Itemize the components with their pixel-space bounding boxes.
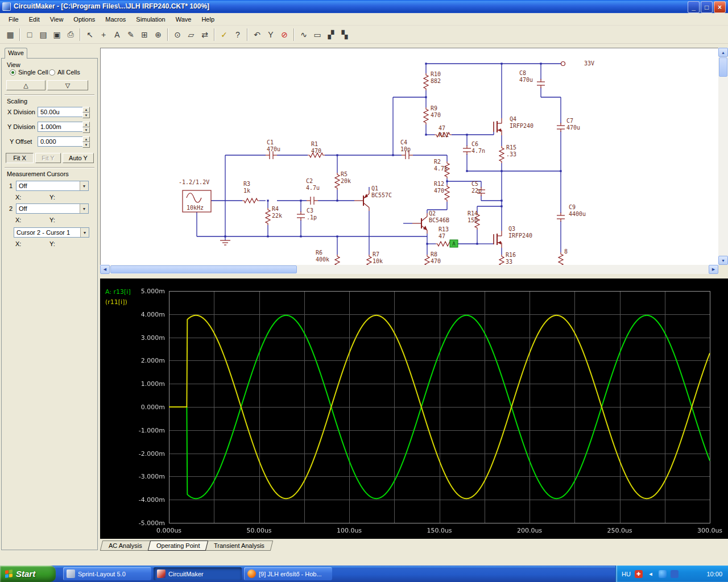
chevron-down-icon[interactable]: ▼ — [80, 204, 88, 213]
component-r1[interactable]: R1470 — [308, 141, 325, 157]
tab-transient-analysis[interactable]: Transient Analysis — [205, 541, 273, 551]
fit-y-button[interactable]: Fit Y — [35, 153, 61, 163]
vertical-scrollbar[interactable]: ▲ ▼ — [718, 48, 728, 265]
spin-down-icon[interactable]: ▼ — [82, 113, 90, 118]
menu-item-options[interactable]: Options — [68, 14, 100, 24]
zoom-tool-icon[interactable]: ⊕ — [151, 28, 165, 41]
y-offset-spinner[interactable]: ▲▼ — [82, 136, 90, 147]
waveform-plot[interactable] — [100, 278, 728, 539]
menu-item-wave[interactable]: Wave — [171, 14, 197, 24]
spin-up-icon[interactable]: ▲ — [82, 107, 90, 113]
task-circuitmaker[interactable]: CircuitMaker — [154, 567, 242, 580]
menu-item-edit[interactable]: Edit — [24, 14, 45, 24]
spin-down-icon[interactable]: ▼ — [82, 142, 90, 148]
clock[interactable]: 10:00 — [706, 571, 722, 577]
scope-window-2-icon[interactable]: ▭ — [311, 28, 324, 41]
spin-up-icon[interactable]: ▲ — [82, 136, 90, 142]
schematic-canvas[interactable]: R10882R9470C8470uC7470uQ4IRFP24047R11C64… — [100, 48, 718, 265]
component-r15[interactable]: R15.33 — [499, 144, 516, 163]
probe-icon[interactable]: Y — [264, 28, 278, 41]
radio-single-cell[interactable]: Single Cell — [10, 69, 48, 76]
pan-down-button[interactable]: ▽ — [47, 80, 88, 90]
horizontal-scrollbar-thumb[interactable] — [110, 265, 297, 273]
fit-x-button[interactable]: Fit X — [6, 153, 34, 163]
vertical-scrollbar-thumb[interactable] — [719, 57, 727, 77]
chevron-down-icon[interactable]: ▼ — [80, 181, 88, 190]
find-icon[interactable]: ⊙ — [171, 28, 184, 41]
x-division-value[interactable]: 50.00u — [38, 107, 82, 117]
component-c3[interactable]: C3.1p — [297, 207, 317, 221]
wire-tool-icon[interactable]: ✎ — [124, 28, 138, 41]
x-division-input[interactable]: 50.00u ▲▼ — [38, 107, 90, 117]
auto-y-button[interactable]: Auto Y — [63, 153, 94, 163]
component-load-8[interactable]: 8 — [559, 248, 568, 265]
scope-window-4-icon[interactable]: ▚ — [338, 28, 351, 41]
component-r11[interactable]: 47R11 — [435, 125, 452, 138]
scroll-right-icon[interactable]: ▶ — [709, 265, 718, 274]
cursor1-select[interactable]: Off▼ — [16, 181, 89, 191]
component-r5[interactable]: R520k — [335, 171, 351, 190]
spin-up-icon[interactable]: ▲ — [82, 122, 90, 127]
volume-icon[interactable]: ◄ — [647, 570, 655, 578]
minimize-button[interactable]: _ — [688, 1, 700, 13]
cursor2-select[interactable]: Off▼ — [16, 203, 89, 214]
component-c6[interactable]: C64.7n — [463, 141, 485, 155]
stop-simulation-icon[interactable]: ⊘ — [278, 28, 291, 41]
start-button[interactable]: Start — [0, 566, 56, 582]
probe-a[interactable]: A — [450, 240, 458, 247]
component-c2[interactable]: C24.7u — [306, 178, 320, 205]
menu-item-help[interactable]: Help — [196, 14, 220, 24]
library-icon[interactable]: ▦ — [3, 28, 17, 41]
component-c4[interactable]: C410p — [400, 139, 413, 159]
print-icon[interactable]: ⎙ — [64, 28, 77, 41]
x-division-spinner[interactable]: ▲▼ — [82, 107, 90, 117]
new-icon[interactable]: □ — [23, 28, 36, 41]
security-shield-icon[interactable]: ✚ — [635, 570, 643, 578]
y-division-value[interactable]: 1.000m — [38, 122, 82, 132]
maximize-button[interactable]: □ — [701, 1, 713, 13]
pan-up-button[interactable]: △ — [6, 80, 46, 90]
menu-item-view[interactable]: View — [45, 14, 69, 24]
ground-symbol[interactable] — [220, 240, 230, 245]
component-r6[interactable]: R6400k — [316, 250, 340, 265]
component-c5[interactable]: C522p — [471, 181, 485, 196]
menu-item-simulation[interactable]: Simulation — [131, 14, 170, 24]
messenger-icon[interactable] — [659, 570, 667, 578]
menu-item-file[interactable]: File — [3, 14, 24, 24]
plus-tool-icon[interactable]: + — [97, 28, 110, 41]
task-sprint-layout[interactable]: Sprint-Layout 5.0 — [63, 567, 151, 580]
tab-wave[interactable]: Wave — [5, 48, 27, 59]
component-r14[interactable]: R14150 — [468, 210, 479, 230]
horizontal-scrollbar[interactable]: ◀ ▶ — [100, 265, 718, 274]
component-c9[interactable]: C94400u — [557, 204, 586, 222]
tab-ac-analysis[interactable]: AC Analysis — [100, 541, 151, 551]
close-button[interactable]: × — [714, 1, 726, 13]
zoom-area-icon[interactable]: ⊞ — [138, 28, 151, 41]
signal-source[interactable]: -1.2/1.2V10kHz — [179, 179, 211, 212]
y-offset-input[interactable]: 0.000 ▲▼ — [38, 136, 90, 147]
component-c7[interactable]: C7470u — [557, 118, 580, 132]
component-q1[interactable]: Q1BC557C — [354, 185, 392, 211]
chevron-down-icon[interactable]: ▼ — [80, 228, 89, 237]
open-icon[interactable]: ▤ — [36, 28, 50, 41]
cursor-delta-select[interactable]: Cursor 2 - Cursor 1▼ — [14, 227, 89, 238]
scope-window-1-icon[interactable]: ∿ — [297, 28, 311, 41]
component-r9[interactable]: R9470 — [424, 105, 441, 124]
sheet-icon[interactable]: ▱ — [184, 28, 198, 41]
compare-icon[interactable]: ⇄ — [198, 28, 212, 41]
scroll-up-icon[interactable]: ▲ — [718, 48, 728, 57]
scroll-left-icon[interactable]: ◀ — [100, 265, 110, 274]
component-r10[interactable]: R10882 — [424, 71, 441, 90]
component-r4[interactable]: R422k — [266, 206, 282, 225]
supply-terminal-33v[interactable]: 33V — [561, 60, 595, 66]
network-icon[interactable] — [671, 570, 679, 578]
task-browser-jlh[interactable]: [9] JLH erősítő - Hob... — [244, 567, 332, 580]
help-icon[interactable]: ? — [231, 28, 245, 41]
component-q3[interactable]: Q3IRFP240 — [494, 226, 532, 248]
simulation-check-icon[interactable]: ✓ — [217, 28, 231, 41]
component-q4[interactable]: Q4IRFP240 — [494, 116, 533, 135]
radio-all-cells[interactable]: All Cells — [49, 69, 80, 76]
y-division-spinner[interactable]: ▲▼ — [82, 122, 90, 132]
menu-item-macros[interactable]: Macros — [100, 14, 131, 24]
scroll-down-icon[interactable]: ▼ — [718, 256, 728, 265]
